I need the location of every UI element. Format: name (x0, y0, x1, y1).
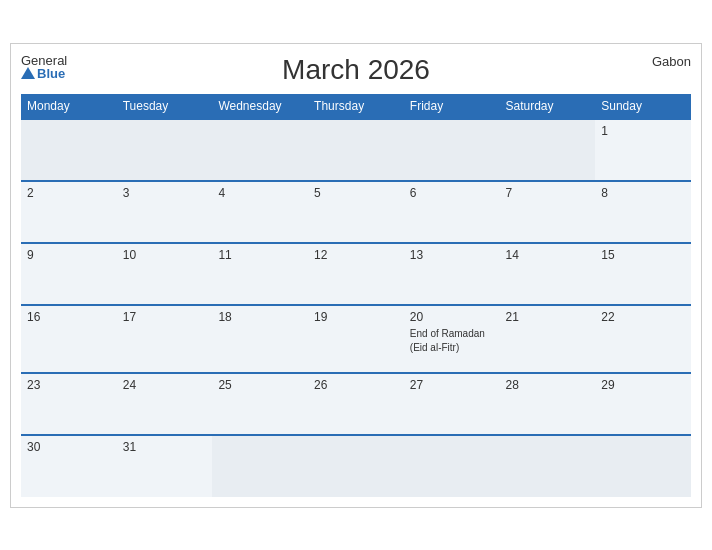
day-cell-w1-d7: 1 (595, 119, 691, 181)
day-number-5: 5 (314, 186, 398, 200)
day-number-28: 28 (506, 378, 590, 392)
header-friday: Friday (404, 94, 500, 119)
header-saturday: Saturday (500, 94, 596, 119)
week-row-1: 1 (21, 119, 691, 181)
day-number-11: 11 (218, 248, 302, 262)
day-cell-w4-d2: 17 (117, 305, 213, 373)
day-cell-w3-d4: 12 (308, 243, 404, 305)
header-tuesday: Tuesday (117, 94, 213, 119)
day-number-26: 26 (314, 378, 398, 392)
week-row-6: 3031 (21, 435, 691, 497)
day-number-27: 27 (410, 378, 494, 392)
day-cell-w2-d2: 3 (117, 181, 213, 243)
logo: General Blue (21, 54, 67, 80)
day-cell-w4-d6: 21 (500, 305, 596, 373)
event-text-20: End of Ramadan (Eid al-Fitr) (410, 328, 485, 353)
day-number-2: 2 (27, 186, 111, 200)
day-cell-w6-d3 (212, 435, 308, 497)
week-row-5: 23242526272829 (21, 373, 691, 435)
day-cell-w6-d2: 31 (117, 435, 213, 497)
day-cell-w1-d1 (21, 119, 117, 181)
day-number-15: 15 (601, 248, 685, 262)
day-cell-w6-d1: 30 (21, 435, 117, 497)
weekday-header-row: Monday Tuesday Wednesday Thursday Friday… (21, 94, 691, 119)
day-cell-w5-d5: 27 (404, 373, 500, 435)
day-cell-w2-d5: 6 (404, 181, 500, 243)
day-cell-w5-d7: 29 (595, 373, 691, 435)
day-number-22: 22 (601, 310, 685, 324)
day-number-24: 24 (123, 378, 207, 392)
day-number-8: 8 (601, 186, 685, 200)
calendar-header: General Blue March 2026 Gabon (21, 54, 691, 86)
calendar-container: General Blue March 2026 Gabon Monday Tue… (10, 43, 702, 508)
day-number-1: 1 (601, 124, 685, 138)
day-cell-w2-d1: 2 (21, 181, 117, 243)
day-number-14: 14 (506, 248, 590, 262)
day-cell-w4-d3: 18 (212, 305, 308, 373)
day-cell-w6-d4 (308, 435, 404, 497)
header-sunday: Sunday (595, 94, 691, 119)
day-cell-w3-d2: 10 (117, 243, 213, 305)
logo-blue-text: Blue (21, 67, 65, 80)
day-number-23: 23 (27, 378, 111, 392)
week-row-3: 9101112131415 (21, 243, 691, 305)
day-cell-w3-d3: 11 (212, 243, 308, 305)
day-number-18: 18 (218, 310, 302, 324)
day-cell-w4-d7: 22 (595, 305, 691, 373)
header-thursday: Thursday (308, 94, 404, 119)
day-number-19: 19 (314, 310, 398, 324)
day-number-7: 7 (506, 186, 590, 200)
day-number-3: 3 (123, 186, 207, 200)
day-cell-w6-d5 (404, 435, 500, 497)
day-cell-w5-d6: 28 (500, 373, 596, 435)
calendar-grid: Monday Tuesday Wednesday Thursday Friday… (21, 94, 691, 497)
day-number-4: 4 (218, 186, 302, 200)
day-number-20: 20 (410, 310, 494, 324)
day-number-21: 21 (506, 310, 590, 324)
day-cell-w4-d4: 19 (308, 305, 404, 373)
day-number-31: 31 (123, 440, 207, 454)
day-cell-w3-d6: 14 (500, 243, 596, 305)
day-cell-w1-d6 (500, 119, 596, 181)
day-number-17: 17 (123, 310, 207, 324)
day-cell-w2-d4: 5 (308, 181, 404, 243)
day-cell-w1-d2 (117, 119, 213, 181)
day-cell-w1-d4 (308, 119, 404, 181)
day-cell-w1-d5 (404, 119, 500, 181)
country-label: Gabon (652, 54, 691, 69)
day-cell-w6-d7 (595, 435, 691, 497)
day-number-10: 10 (123, 248, 207, 262)
week-row-2: 2345678 (21, 181, 691, 243)
day-number-9: 9 (27, 248, 111, 262)
day-number-16: 16 (27, 310, 111, 324)
day-number-6: 6 (410, 186, 494, 200)
day-number-25: 25 (218, 378, 302, 392)
calendar-title: March 2026 (282, 54, 430, 86)
day-cell-w5-d3: 25 (212, 373, 308, 435)
day-number-13: 13 (410, 248, 494, 262)
day-cell-w2-d7: 8 (595, 181, 691, 243)
day-cell-w5-d4: 26 (308, 373, 404, 435)
day-number-30: 30 (27, 440, 111, 454)
day-cell-w4-d1: 16 (21, 305, 117, 373)
day-cell-w2-d6: 7 (500, 181, 596, 243)
day-cell-w2-d3: 4 (212, 181, 308, 243)
logo-general-text: General (21, 54, 67, 67)
day-number-29: 29 (601, 378, 685, 392)
day-cell-w6-d6 (500, 435, 596, 497)
day-cell-w3-d5: 13 (404, 243, 500, 305)
day-cell-w5-d1: 23 (21, 373, 117, 435)
day-cell-w3-d1: 9 (21, 243, 117, 305)
header-wednesday: Wednesday (212, 94, 308, 119)
logo-triangle-icon (21, 67, 35, 79)
day-cell-w4-d5: 20End of Ramadan (Eid al-Fitr) (404, 305, 500, 373)
header-monday: Monday (21, 94, 117, 119)
week-row-4: 1617181920End of Ramadan (Eid al-Fitr)21… (21, 305, 691, 373)
day-cell-w5-d2: 24 (117, 373, 213, 435)
day-cell-w1-d3 (212, 119, 308, 181)
day-number-12: 12 (314, 248, 398, 262)
day-cell-w3-d7: 15 (595, 243, 691, 305)
